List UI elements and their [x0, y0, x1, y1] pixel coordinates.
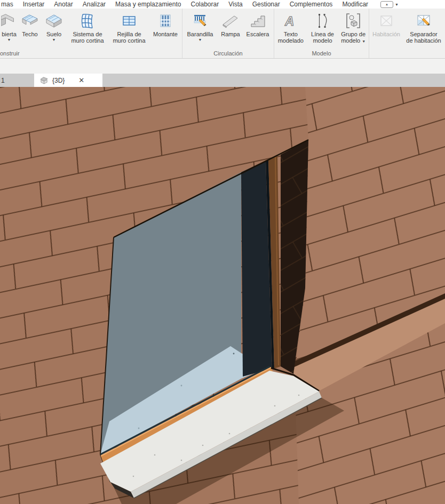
ribbon: bierta ▼ Techo [0, 9, 445, 59]
stairs-icon [249, 11, 266, 31]
ribbon-collapse-dropdown-icon[interactable]: ▼ [395, 3, 399, 6]
ribbon-panel-modelo: A Texto modelado Línea de modelo [274, 9, 369, 58]
svg-text:A: A [284, 14, 294, 28]
menu-tab-vista[interactable]: Vista [224, 1, 247, 8]
3d-scene [0, 87, 445, 504]
view-tab-bar: 1 {3D} ✕ [0, 74, 445, 87]
panel-label-habitacion [369, 50, 445, 58]
panel-label-circulacion: Circulación [182, 50, 274, 58]
glass-mark [233, 353, 235, 355]
menu-tab-complementos[interactable]: Complementos [285, 1, 338, 8]
model-text-icon: A [282, 11, 299, 31]
glass-mark [138, 428, 140, 429]
rejilla-muro-cortina-button[interactable]: Rejilla de muro cortina [109, 11, 149, 44]
chevron-down-icon[interactable]: ▼ [7, 38, 11, 42]
escalera-button[interactable]: Escalera [243, 11, 272, 37]
model-group-icon [345, 11, 362, 31]
grupo-modelo-button[interactable]: Grupo de modelo ▼ [338, 11, 369, 44]
model-line-icon [314, 11, 331, 31]
view-tab-partial[interactable]: 1 [0, 74, 34, 87]
sistema-muro-cortina-button[interactable]: Sistema de muro cortina [66, 11, 109, 44]
techo-button[interactable]: Techo [18, 11, 42, 37]
room-separator-icon [415, 11, 432, 31]
chevron-down-icon[interactable]: ▼ [52, 38, 56, 42]
cubierta-button[interactable]: bierta ▼ [0, 11, 18, 42]
rampa-button[interactable]: Rampa [218, 11, 243, 37]
ribbon-panel-construir: bierta ▼ Techo [0, 9, 182, 58]
menu-tab-modificar[interactable]: Modificar [337, 1, 373, 8]
separador-habitacion-button[interactable]: Separador de habitación [403, 11, 444, 44]
chevron-down-icon[interactable]: ▼ [362, 39, 365, 44]
curtain-system-icon [79, 11, 96, 31]
room-icon [378, 11, 395, 31]
roof-icon [1, 11, 17, 31]
floor-icon [45, 11, 62, 31]
glass-mark [181, 385, 182, 387]
mullion-icon [157, 11, 174, 31]
3d-home-icon [39, 76, 49, 85]
3d-viewport[interactable] [0, 87, 445, 504]
menu-tab-analizar[interactable]: Analizar [78, 1, 110, 8]
montante-button[interactable]: Montante [149, 11, 181, 37]
brick-wall-right-face [295, 87, 445, 504]
menu-tab-masa-emplazamiento[interactable]: Masa y emplazamiento [110, 1, 186, 8]
canvas-margin [0, 59, 445, 74]
close-icon[interactable]: ✕ [78, 77, 84, 84]
menu-tab-sistemas-cut[interactable]: mas [0, 1, 18, 8]
railing-icon [192, 11, 209, 31]
view-tab-3d[interactable]: {3D} ✕ [34, 74, 102, 87]
linea-modelo-button[interactable]: Línea de modelo [307, 11, 338, 44]
menu-tab-insertar[interactable]: Insertar [18, 1, 50, 8]
texto-modelado-button[interactable]: A Texto modelado [274, 11, 307, 44]
ceiling-icon [21, 11, 38, 31]
chevron-down-icon[interactable]: ▼ [198, 38, 202, 42]
menu-tab-gestionar[interactable]: Gestionar [248, 1, 285, 8]
habitacion-button: Habitación [369, 11, 403, 37]
menu-tab-colaborar[interactable]: Colaborar [186, 1, 224, 8]
menu-tab-anotar[interactable]: Anotar [49, 1, 77, 8]
barandilla-button[interactable]: Barandilla ▼ [182, 11, 218, 42]
panel-label-modelo: Modelo [274, 50, 369, 58]
curtain-grid-icon [121, 11, 138, 31]
ribbon-collapse-icon[interactable]: ▲ [380, 1, 393, 8]
ribbon-tab-bar: mas Insertar Anotar Analizar Masa y empl… [0, 0, 445, 9]
panel-label-construir: onstruir [0, 50, 182, 58]
ribbon-panel-habitacion: Habitación Separador de habitación [369, 9, 445, 58]
view-tab-label: {3D} [52, 77, 65, 84]
suelo-button[interactable]: Suelo ▼ [42, 11, 66, 42]
ramp-icon [222, 11, 239, 31]
ribbon-panel-circulacion: Barandilla ▼ Rampa [182, 9, 274, 58]
